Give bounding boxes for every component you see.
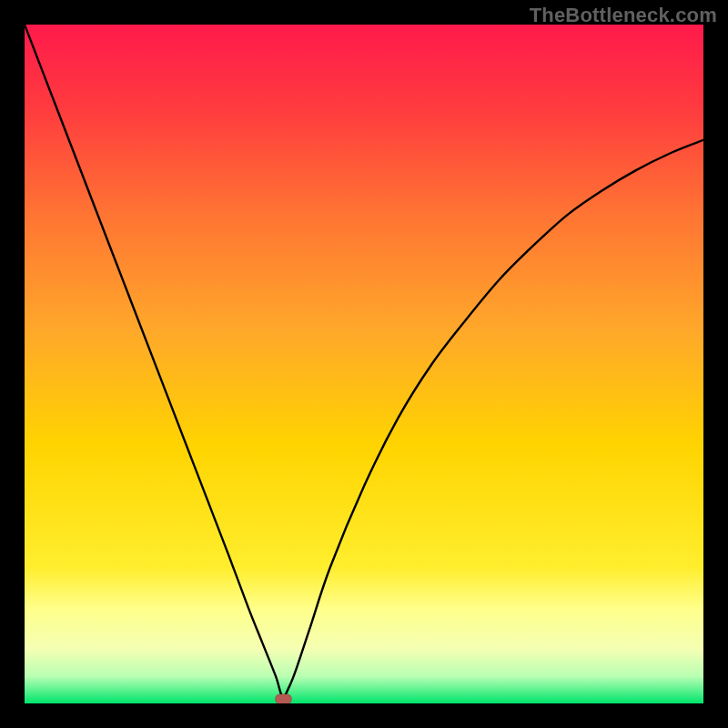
chart-svg bbox=[25, 25, 703, 703]
gradient-background bbox=[25, 25, 703, 703]
chart-container: TheBottleneck.com bbox=[0, 0, 728, 728]
watermark-text: TheBottleneck.com bbox=[530, 4, 717, 27]
min-marker bbox=[275, 694, 291, 703]
plot-area bbox=[25, 25, 703, 703]
